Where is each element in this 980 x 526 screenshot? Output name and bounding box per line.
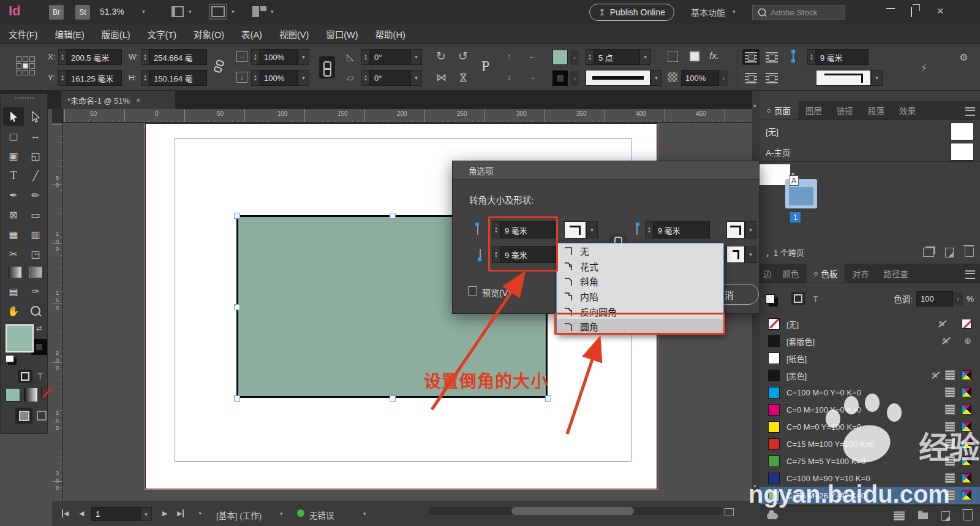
toolbar-fill-swatch[interactable] <box>6 324 34 353</box>
direct-selection-tool[interactable] <box>26 108 45 125</box>
corner-br-shape-dropdown[interactable]: ▾ <box>745 246 756 263</box>
next-page-button[interactable]: ▶ <box>162 509 167 517</box>
flip-horizontal-icon[interactable]: ⋈ <box>436 71 447 84</box>
minimize-button[interactable] <box>886 8 895 9</box>
scroll-up-icon[interactable]: ▴ <box>753 102 756 108</box>
view-options-chevron-icon[interactable]: ▾ <box>189 9 192 15</box>
scroll-down-icon[interactable]: ▾ <box>753 483 756 489</box>
new-page-icon[interactable] <box>945 248 954 257</box>
fill-swatch-arrow[interactable]: › <box>570 50 579 65</box>
cc-libraries-icon[interactable] <box>767 513 778 519</box>
new-swatch-icon[interactable] <box>941 511 950 521</box>
document-tab[interactable]: *未命名-1 @ 51% × <box>61 91 175 109</box>
gear-icon[interactable]: ⚙ <box>959 51 968 63</box>
select-content-icon[interactable]: ↓ <box>507 72 511 82</box>
publish-online-button[interactable]: ↥ Publish Online <box>589 4 674 21</box>
close-button[interactable]: × <box>937 5 944 18</box>
corner-br-shape-swatch[interactable] <box>726 246 745 263</box>
menu-table[interactable]: 表(A) <box>241 28 262 40</box>
swatch-views-icon[interactable] <box>894 511 905 520</box>
option-fancy[interactable]: 花式 <box>557 259 723 274</box>
view-mode-normal[interactable] <box>15 408 32 424</box>
menu-window[interactable]: 窗口(W) <box>326 28 358 40</box>
corner-shape-select[interactable] <box>816 70 871 86</box>
new-color-group-icon[interactable] <box>918 513 928 519</box>
gradient-swatch-tool[interactable] <box>8 267 21 278</box>
stroke-swatch-arrow[interactable]: › <box>570 71 579 86</box>
scale-y-stepper[interactable]: ▴▾ <box>251 70 260 86</box>
tab-align[interactable]: 对齐 <box>845 264 876 283</box>
scale-x-stepper[interactable]: ▴▾ <box>251 49 260 65</box>
pen-tool[interactable]: ✒ <box>4 186 23 204</box>
rectangle-tool[interactable]: ▭ <box>26 206 45 223</box>
tint-arrow[interactable]: › <box>953 292 963 306</box>
swatch-affects-container-icon[interactable] <box>791 292 805 305</box>
stock-icon[interactable]: St <box>75 5 90 20</box>
x-field[interactable]: 200.5 毫米 <box>67 49 122 65</box>
default-fill-stroke-icon[interactable] <box>6 355 14 362</box>
corner-shape-dropdown[interactable]: ▾ <box>871 70 883 86</box>
error-chevron-icon[interactable]: ▾ <box>363 511 366 517</box>
scale-y-dropdown[interactable]: ▾ <box>298 70 309 86</box>
rotation-stepper[interactable]: ▴▾ <box>361 49 370 65</box>
wrap-none-button[interactable] <box>742 49 760 65</box>
selection-handle[interactable] <box>234 304 240 310</box>
swatch-row-none[interactable]: [无] ✎ <box>760 315 980 332</box>
frame-tool[interactable]: ⊠ <box>4 206 23 223</box>
type-tool[interactable]: T <box>4 167 23 184</box>
selection-handle[interactable] <box>234 395 240 402</box>
opacity-arrow[interactable]: › <box>719 70 728 86</box>
wrap-jump-button[interactable] <box>763 70 780 86</box>
constrain-dimensions-icon[interactable] <box>214 59 224 73</box>
page-view-icon[interactable] <box>725 508 734 516</box>
menu-edit[interactable]: 编辑(E) <box>55 28 85 40</box>
tab-links[interactable]: 链接 <box>829 101 861 120</box>
workspace-chevron-icon[interactable]: ▾ <box>733 9 736 15</box>
delete-swatch-icon[interactable] <box>963 511 973 520</box>
menu-layout[interactable]: 版面(L) <box>102 28 130 40</box>
zoom-level-select[interactable]: 51.3% <box>100 7 124 17</box>
master-row-a[interactable]: A-主页 <box>760 142 980 162</box>
scale-x-dropdown[interactable]: ▾ <box>298 49 309 65</box>
previous-page-button[interactable]: ◀ <box>79 509 84 517</box>
swatch-row-green[interactable]: C=75 M=5 Y=100 K=0 <box>760 452 980 470</box>
zoom-tool[interactable] <box>26 302 45 319</box>
fill-color-swatch[interactable] <box>552 50 568 65</box>
tint-field[interactable]: 100 <box>916 291 953 307</box>
master-row-none[interactable]: [无] <box>760 121 980 141</box>
corner-radius-field[interactable]: 9 毫米 <box>816 49 869 65</box>
swap-fill-stroke-icon[interactable]: ⇄ <box>36 324 42 332</box>
rotation-dropdown[interactable]: ▾ <box>410 49 422 65</box>
tab-pathfinder[interactable]: 路径查 <box>876 264 916 283</box>
tab-stroke[interactable]: 边 <box>760 264 775 283</box>
scale-y-field[interactable]: 100% <box>260 70 298 86</box>
y-field[interactable]: 161.25 毫米 <box>67 70 122 86</box>
corner-tl-shape-dropdown[interactable]: ▾ <box>586 221 598 238</box>
rotate-cw-icon[interactable]: ↻ <box>436 49 446 63</box>
swatch-row-magenta[interactable]: C=0 M=100 Y=0 K=0 <box>760 401 980 418</box>
horizontal-scrollbar[interactable] <box>429 507 723 515</box>
edit-spread-icon[interactable] <box>923 248 934 257</box>
screen-mode-icon[interactable] <box>211 6 225 17</box>
vertical-ruler[interactable]: 50 100 150 200 250 300 <box>52 123 63 501</box>
swatch-row-cyan[interactable]: C=100 M=0 Y=0 K=0 <box>760 384 980 401</box>
selection-tool[interactable] <box>4 108 23 125</box>
corner-radius-stepper[interactable]: ▴▾ <box>807 49 816 65</box>
stroke-weight-stepper[interactable]: ▴▾ <box>586 49 594 65</box>
fill-stroke-proxy-icon[interactable] <box>766 294 775 303</box>
menu-help[interactable]: 帮助(H) <box>375 28 405 40</box>
page-number-dropdown[interactable]: ▾ <box>140 507 152 521</box>
arrange-chevron-icon[interactable]: ▾ <box>271 9 274 15</box>
horizontal-ruler[interactable]: 50 0 50 100 150 200 250 300 350 400 450 <box>63 109 760 123</box>
h-stepper[interactable]: ▴▾ <box>141 70 149 86</box>
shear-field[interactable]: 0° <box>370 70 410 86</box>
tab-effects[interactable]: 效果 <box>892 101 923 120</box>
document-tab-close-icon[interactable]: × <box>136 96 141 105</box>
restore-button[interactable] <box>911 7 912 17</box>
option-none[interactable]: 无 <box>557 243 723 259</box>
eyedropper-tool[interactable]: ✑ <box>26 283 45 300</box>
swatch-row-paper[interactable]: [纸色] <box>760 349 980 367</box>
delete-page-icon[interactable] <box>965 248 974 257</box>
stroke-weight-field[interactable]: 5 点 <box>594 49 639 65</box>
dialog-title-bar[interactable]: 角选项 <box>453 161 759 180</box>
